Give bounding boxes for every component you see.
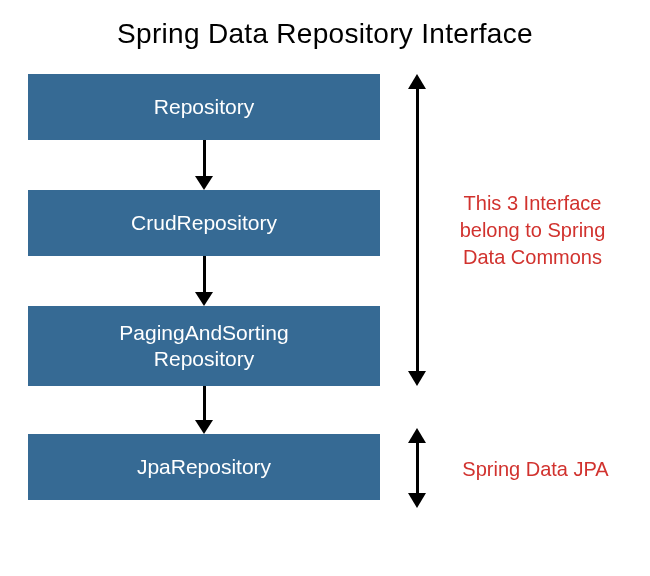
arrowhead-down-icon [195, 292, 213, 306]
bracket-jpa [408, 428, 426, 508]
box-jpa-repository-label: JpaRepository [137, 454, 271, 480]
arrowhead-down-icon [408, 371, 426, 386]
box-crud-repository-label: CrudRepository [131, 210, 277, 236]
arrow-line [203, 140, 206, 176]
box-repository: Repository [28, 74, 380, 140]
arrowhead-up-icon [408, 428, 426, 443]
bracket-line [416, 443, 419, 493]
arrow-line [203, 256, 206, 292]
bracket-commons [408, 74, 426, 386]
arrowhead-down-icon [195, 176, 213, 190]
arrowhead-up-icon [408, 74, 426, 89]
box-repository-label: Repository [154, 94, 254, 120]
box-crud-repository: CrudRepository [28, 190, 380, 256]
arrow-2 [198, 256, 210, 306]
bracket-line [416, 89, 419, 371]
annotation-jpa: Spring Data JPA [448, 456, 623, 483]
diagram-canvas: Repository CrudRepository PagingAndSorti… [0, 60, 650, 560]
arrow-3 [198, 386, 210, 434]
arrow-1 [198, 140, 210, 190]
annotation-commons: This 3 Interface belong to Spring Data C… [445, 190, 620, 271]
box-paging-sorting-repository: PagingAndSorting Repository [28, 306, 380, 386]
box-jpa-repository: JpaRepository [28, 434, 380, 500]
arrow-line [203, 386, 206, 420]
arrowhead-down-icon [408, 493, 426, 508]
arrowhead-down-icon [195, 420, 213, 434]
box-paging-sorting-repository-label: PagingAndSorting Repository [119, 320, 288, 373]
diagram-title: Spring Data Repository Interface [0, 0, 650, 60]
